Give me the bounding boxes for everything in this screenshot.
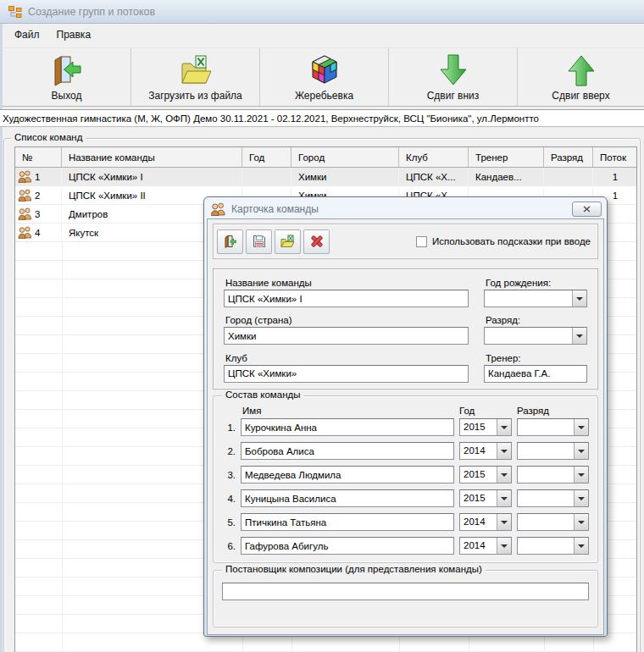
team-people-icon bbox=[18, 189, 32, 202]
load-from-file-button[interactable]: Загрузить из файла bbox=[131, 48, 260, 106]
member-year-value: 2015 bbox=[460, 419, 497, 435]
member-name-field[interactable] bbox=[241, 513, 454, 531]
dropdown-button[interactable] bbox=[497, 514, 511, 530]
team-flow: 1 bbox=[593, 168, 638, 185]
club-field[interactable] bbox=[224, 365, 469, 383]
dropdown-button[interactable] bbox=[574, 514, 588, 530]
member-rank-value bbox=[518, 490, 574, 506]
team-club: ЦПСК «Х... bbox=[399, 168, 469, 185]
member-year-select[interactable]: 2014 bbox=[459, 513, 512, 531]
team-num: 3 bbox=[35, 209, 40, 219]
dropdown-button[interactable] bbox=[574, 538, 588, 554]
roster-groupbox: Состав команды Имя Год Разряд 1. 2015 bbox=[213, 395, 598, 563]
load-from-file-label: Загрузить из файла bbox=[148, 90, 242, 102]
member-rank-select[interactable] bbox=[517, 466, 589, 483]
team-num: 4 bbox=[35, 228, 40, 238]
arrow-up-icon bbox=[566, 53, 597, 87]
col-header-rank[interactable]: Разряд bbox=[544, 147, 593, 167]
dialog-delete-button[interactable] bbox=[303, 229, 330, 254]
roster-groupbox-label: Состав команды bbox=[222, 390, 303, 400]
member-rank-select[interactable] bbox=[517, 442, 589, 460]
birth-year-label: Год рождения: bbox=[484, 276, 587, 290]
member-year-value: 2014 bbox=[460, 514, 497, 530]
dropdown-button[interactable] bbox=[572, 328, 586, 344]
member-name-field[interactable] bbox=[241, 466, 454, 483]
event-info-bar: Художественная гимнастика (М, Ж, ОФП) Де… bbox=[0, 109, 644, 127]
member-rank-value bbox=[518, 514, 574, 530]
col-header-num[interactable]: № bbox=[15, 147, 62, 167]
dropdown-button[interactable] bbox=[497, 419, 511, 435]
member-name-field[interactable] bbox=[241, 418, 454, 436]
app-icon bbox=[8, 5, 22, 19]
chevron-down-icon bbox=[501, 497, 508, 500]
team-row[interactable]: 1 ЦПСК «Химки» I Химки ЦПСК «Х... Кандае… bbox=[15, 168, 636, 186]
shift-up-button[interactable]: Сдвиг вверх bbox=[518, 48, 644, 106]
chevron-down-icon bbox=[501, 544, 508, 548]
dropdown-button[interactable] bbox=[497, 490, 511, 506]
member-rank-select[interactable] bbox=[517, 513, 589, 531]
birth-year-select[interactable] bbox=[484, 290, 587, 307]
member-year-select[interactable]: 2015 bbox=[459, 418, 512, 436]
member-row: 5. 2014 bbox=[222, 512, 589, 532]
member-year-value: 2015 bbox=[460, 490, 497, 506]
member-year-select[interactable]: 2014 bbox=[459, 442, 512, 460]
hints-checkbox[interactable] bbox=[416, 236, 427, 247]
dropdown-button[interactable] bbox=[574, 490, 588, 506]
rank-select[interactable] bbox=[484, 327, 587, 345]
dropdown-button[interactable] bbox=[574, 419, 588, 435]
dialog-close-button[interactable] bbox=[572, 202, 602, 217]
coach-field[interactable] bbox=[484, 365, 587, 383]
rank-label: Разряд: bbox=[484, 313, 587, 327]
exit-button[interactable]: Выход bbox=[3, 48, 131, 106]
team-people-icon bbox=[18, 226, 32, 239]
member-rank-select[interactable] bbox=[517, 418, 589, 436]
col-header-year[interactable]: Год bbox=[242, 147, 291, 167]
member-number: 6. bbox=[222, 541, 236, 551]
member-number: 2. bbox=[222, 446, 236, 456]
col-header-city[interactable]: Город bbox=[291, 147, 399, 167]
col-header-name[interactable]: Название команды bbox=[62, 147, 242, 167]
member-rank-select[interactable] bbox=[517, 489, 589, 507]
dropdown-button[interactable] bbox=[572, 290, 586, 307]
teams-groupbox-label: Список команд bbox=[11, 132, 86, 142]
dropdown-button[interactable] bbox=[497, 538, 511, 554]
chevron-down-icon bbox=[578, 497, 585, 500]
member-name-field[interactable] bbox=[241, 442, 454, 460]
team-rank bbox=[544, 168, 593, 185]
save-floppy-icon bbox=[253, 235, 266, 248]
chevron-down-icon bbox=[578, 450, 585, 453]
choreographer-field[interactable] bbox=[222, 583, 589, 600]
dialog-exit-button[interactable] bbox=[217, 229, 243, 254]
member-row: 6. 2014 bbox=[222, 536, 589, 555]
member-year-select[interactable]: 2015 bbox=[459, 466, 512, 483]
member-name-field[interactable] bbox=[241, 489, 454, 507]
team-num: 1 bbox=[35, 172, 40, 182]
team-people-icon bbox=[18, 170, 32, 183]
team-people-icon bbox=[18, 207, 32, 220]
member-year-select[interactable]: 2015 bbox=[459, 489, 512, 507]
col-header-flow[interactable]: Поток bbox=[593, 147, 638, 167]
shift-down-button[interactable]: Сдвиг вниз bbox=[389, 48, 518, 106]
city-field[interactable] bbox=[224, 327, 469, 345]
member-rank-select[interactable] bbox=[517, 537, 589, 555]
menu-edit[interactable]: Правка bbox=[48, 25, 100, 44]
dropdown-button[interactable] bbox=[497, 467, 511, 483]
member-year-select[interactable]: 2014 bbox=[459, 537, 512, 555]
dialog-save-button[interactable] bbox=[246, 229, 272, 254]
dropdown-button[interactable] bbox=[574, 443, 588, 459]
member-rank-value bbox=[518, 443, 574, 459]
member-number: 3. bbox=[222, 470, 236, 480]
dialog-load-button[interactable] bbox=[275, 229, 301, 254]
col-header-club[interactable]: Клуб bbox=[399, 147, 469, 167]
dropdown-button[interactable] bbox=[574, 467, 588, 483]
member-number: 4. bbox=[222, 494, 236, 504]
team-name-field[interactable] bbox=[224, 290, 469, 307]
menu-file[interactable]: Файл bbox=[6, 25, 48, 44]
col-header-coach[interactable]: Тренер bbox=[469, 147, 544, 167]
chevron-down-icon bbox=[576, 297, 583, 301]
draw-lots-button[interactable]: Жеребьевка bbox=[260, 48, 389, 106]
member-rank-value bbox=[518, 467, 574, 483]
dropdown-button[interactable] bbox=[497, 443, 511, 459]
member-name-field[interactable] bbox=[241, 537, 454, 555]
member-year-value: 2014 bbox=[460, 538, 497, 554]
